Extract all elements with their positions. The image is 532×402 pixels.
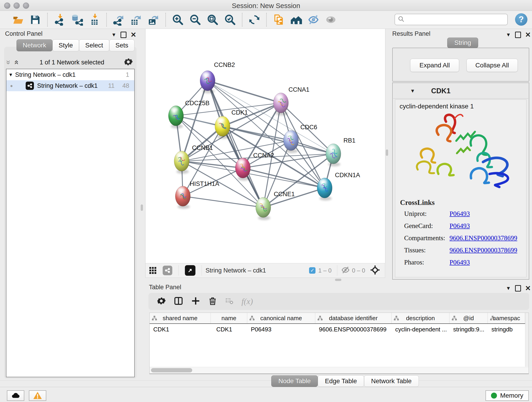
node-CCNB2[interactable]: CCNB2 bbox=[200, 61, 235, 93]
left-splitter-handle[interactable] bbox=[141, 204, 143, 211]
node-CCNA1[interactable]: CCNA1 bbox=[273, 86, 310, 115]
string-style-icon[interactable] bbox=[162, 263, 173, 278]
help-button[interactable]: ? bbox=[515, 13, 527, 26]
results-panel-menu-icon[interactable]: ▼ bbox=[506, 32, 511, 38]
expand-all-networks-icon[interactable]: » bbox=[12, 60, 19, 65]
table-cell[interactable]: 9606.ENSP00000378699 bbox=[315, 324, 392, 335]
column-header-name[interactable]: name bbox=[211, 313, 247, 323]
create-column-icon[interactable] bbox=[191, 296, 200, 306]
zoom-selected-icon[interactable] bbox=[223, 12, 237, 27]
zoom-in-icon[interactable] bbox=[171, 12, 185, 27]
crosslink-link[interactable]: P06493 bbox=[450, 259, 470, 266]
edge-CCNE1-HIST1H1A[interactable] bbox=[183, 196, 263, 207]
table-panel-title: Table Panel bbox=[149, 284, 181, 291]
table-cell[interactable]: P06493 bbox=[247, 324, 315, 335]
tab-sets[interactable]: Sets bbox=[109, 39, 134, 51]
tab-edge-table[interactable]: Edge Table bbox=[318, 375, 364, 387]
tab-select[interactable]: Select bbox=[79, 39, 109, 51]
node-label-CCNA2: CCNA2 bbox=[253, 152, 274, 159]
save-session-icon[interactable] bbox=[28, 12, 43, 27]
export-image-icon[interactable] bbox=[146, 12, 161, 27]
table-cell[interactable]: CDK1 bbox=[211, 324, 247, 335]
function-builder-icon[interactable]: f(x) bbox=[241, 297, 253, 306]
delete-column-icon[interactable] bbox=[208, 296, 217, 306]
table-cell[interactable]: CDK1 bbox=[150, 324, 211, 335]
collapse-all-button[interactable]: Collapse All bbox=[467, 59, 518, 72]
search-box[interactable] bbox=[394, 14, 508, 25]
crosslink-link[interactable]: P06493 bbox=[450, 222, 470, 230]
node-CDKN1A[interactable]: CDKN1A bbox=[317, 172, 360, 201]
control-panel-menu-icon[interactable]: ▼ bbox=[111, 32, 116, 38]
tab-style[interactable]: Style bbox=[52, 39, 79, 51]
table-panel-float-icon[interactable] bbox=[515, 285, 521, 292]
crosslink-link[interactable]: 9606.ENSP00000378699 bbox=[450, 246, 517, 254]
cloud-status-button[interactable] bbox=[7, 390, 24, 401]
search-input[interactable] bbox=[405, 16, 502, 23]
network-view-canvas[interactable]: CCNB2 CCNA1 CDC25B CDK1 CDC6 RB1 CCNB1 C… bbox=[145, 29, 385, 263]
control-panel-float-icon[interactable] bbox=[120, 32, 127, 38]
export-network-icon[interactable] bbox=[111, 12, 126, 27]
import-table-icon[interactable] bbox=[87, 12, 102, 27]
scrollbar-thumb[interactable] bbox=[151, 368, 192, 372]
table-horizontal-scrollbar[interactable] bbox=[150, 367, 529, 374]
birds-eye-view-icon[interactable] bbox=[147, 263, 159, 278]
hide-results-icon[interactable] bbox=[306, 12, 321, 27]
tab-string[interactable]: String bbox=[447, 38, 478, 48]
bottom-splitter-handle[interactable] bbox=[335, 279, 341, 281]
node-HIST1H1A[interactable]: HIST1H1A bbox=[175, 180, 219, 209]
table-vertical-scrollbar[interactable] bbox=[525, 313, 529, 367]
network-options-gear-icon[interactable] bbox=[124, 57, 133, 67]
hidden-elements-icon[interactable] bbox=[341, 265, 350, 275]
gene-expander-icon[interactable]: ▼ bbox=[410, 88, 415, 94]
import-database-icon[interactable] bbox=[70, 12, 84, 27]
warnings-button[interactable] bbox=[29, 390, 46, 401]
table-cell[interactable]: stringdb:9... bbox=[450, 324, 488, 335]
table-panel-menu-icon[interactable]: ▼ bbox=[506, 285, 511, 291]
refresh-view-icon[interactable] bbox=[247, 12, 262, 27]
column-header-database-identifier[interactable]: database identifier bbox=[315, 313, 392, 323]
results-panel-close-icon[interactable]: ✕ bbox=[525, 31, 531, 39]
table-panel-close-icon[interactable]: ✕ bbox=[525, 284, 531, 292]
show-columns-icon[interactable] bbox=[174, 296, 183, 307]
pan-crosshair-icon[interactable] bbox=[370, 265, 380, 276]
table-row[interactable]: CDK1CDK1P064939606.ENSP00000378699cyclin… bbox=[150, 324, 529, 335]
collection-expander-icon[interactable]: ▼ bbox=[6, 72, 15, 77]
expand-all-button[interactable]: Expand All bbox=[410, 59, 459, 72]
delete-table-icon[interactable] bbox=[225, 297, 234, 306]
network-row-selected[interactable]: ● String Network – cdk1 11 48 bbox=[6, 80, 134, 91]
edge-CCNB2-RB1[interactable] bbox=[208, 81, 333, 154]
edge-CCNB2-CCNE1[interactable] bbox=[208, 81, 263, 207]
table-cell[interactable]: stringdb bbox=[488, 324, 525, 335]
show-graphics-icon[interactable] bbox=[323, 12, 338, 27]
export-table-icon[interactable] bbox=[129, 12, 143, 27]
right-splitter-handle[interactable] bbox=[386, 149, 388, 156]
column-header-@id[interactable]: @id bbox=[450, 313, 488, 323]
table-options-gear-icon[interactable] bbox=[157, 296, 166, 306]
home-icon[interactable] bbox=[289, 12, 303, 27]
column-header-namespac[interactable]: namespac bbox=[488, 313, 525, 323]
zoom-fit-icon[interactable] bbox=[205, 12, 220, 27]
crosslink-link[interactable]: P06493 bbox=[450, 210, 470, 217]
import-network-icon[interactable] bbox=[52, 12, 67, 27]
column-header-shared-name[interactable]: shared name bbox=[150, 313, 211, 323]
selected-nodes-checkbox[interactable]: ✓ bbox=[309, 267, 316, 274]
column-header-canonical-name[interactable]: canonical name bbox=[247, 313, 315, 323]
zoom-out-icon[interactable] bbox=[188, 12, 203, 27]
open-session-icon[interactable] bbox=[11, 12, 25, 27]
new-network-from-selection-icon[interactable] bbox=[271, 12, 286, 27]
memory-button[interactable]: Memory bbox=[486, 390, 529, 401]
open-in-browser-icon[interactable] bbox=[184, 263, 196, 278]
node-CCNE1[interactable]: CCNE1 bbox=[256, 191, 295, 220]
tab-network[interactable]: Network bbox=[17, 39, 52, 51]
column-header-description[interactable]: description bbox=[392, 313, 450, 323]
edge-CCNB2-CCNA1[interactable] bbox=[208, 81, 281, 103]
network-collection-row[interactable]: ▼ String Network – cdk1 1 bbox=[6, 69, 134, 80]
control-panel-close-icon[interactable]: ✕ bbox=[131, 31, 136, 39]
node-RB1[interactable]: RB1 bbox=[326, 137, 355, 166]
tab-network-table[interactable]: Network Table bbox=[364, 375, 419, 387]
gene-section-header[interactable]: ▼ CDK1 bbox=[393, 83, 528, 99]
crosslink-link[interactable]: 9606.ENSP00000378699 bbox=[450, 234, 517, 242]
tab-node-table[interactable]: Node Table bbox=[271, 375, 318, 387]
results-panel-float-icon[interactable] bbox=[515, 32, 521, 38]
table-cell[interactable]: cyclin-dependent ... bbox=[392, 324, 450, 335]
